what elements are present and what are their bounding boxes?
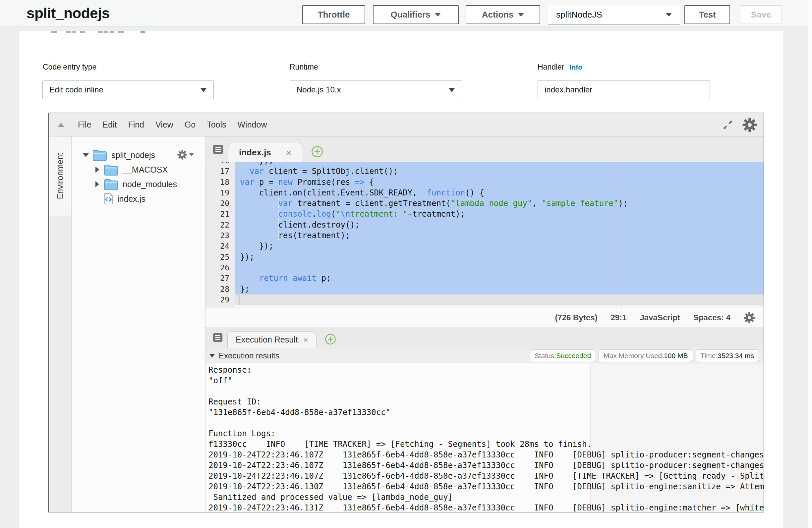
page-scrollbar[interactable]	[808, 0, 812, 528]
code-line-25: });	[240, 252, 764, 262]
gutter-column[interactable]: 1617181920212223242526272829	[205, 162, 235, 308]
tree-item-node-modules[interactable]: node_modules	[72, 177, 205, 191]
menu-item-go[interactable]: Go	[179, 120, 201, 130]
close-tab-icon[interactable]: ×	[303, 336, 308, 344]
log-line: 2019-10-24T22:23:46.107Z 131e865f-6eb4-4…	[208, 471, 764, 481]
new-tab-icon[interactable]	[311, 145, 323, 158]
save-button[interactable]: Save	[740, 5, 782, 24]
handler-input[interactable]	[545, 85, 703, 94]
code-tabbar: index.js ×	[205, 136, 764, 162]
collapse-editor-icon[interactable]	[58, 123, 64, 127]
tree-item--macosx[interactable]: __MACOSX	[72, 162, 205, 177]
tab-list-icon[interactable]	[212, 144, 224, 155]
collapse-caret-icon	[209, 354, 215, 357]
log-line	[208, 386, 764, 396]
menu-item-file[interactable]: File	[72, 120, 97, 130]
tree-item-index-js[interactable]: index.js	[72, 191, 205, 206]
code-line-19: client.on(client.Event.SDK_READY, functi…	[240, 188, 764, 198]
log-line: 2019-10-24T22:23:46.131Z 131e865f-6eb4-4…	[208, 502, 764, 512]
code-line-18: var p = new Promise(res => {	[240, 177, 764, 188]
gutter-line-number[interactable]: 24	[205, 241, 235, 251]
throttle-button[interactable]: Throttle	[302, 5, 365, 24]
gutter-line-number[interactable]: 21	[205, 209, 235, 219]
gutter-line-number[interactable]: 27	[205, 273, 235, 283]
code-line-26	[240, 262, 764, 273]
gutter-line-number[interactable]: 18	[205, 177, 235, 188]
menubar-right-icons	[722, 118, 757, 132]
expand-caret-icon[interactable]	[93, 166, 101, 173]
code-line-22: client.destroy();	[240, 220, 764, 230]
test-button-label: Test	[699, 10, 716, 20]
editor-body: Environment split_nodejs__MACOSXnode_mod…	[49, 136, 764, 512]
actions-button[interactable]: Actions	[466, 5, 540, 24]
code-text-column[interactable]: }); var client = SplitObj.client();var p…	[235, 162, 764, 308]
code-pane[interactable]: 1617181920212223242526272829 }); var cli…	[205, 162, 764, 308]
handler-label: Handler Info	[538, 63, 582, 72]
chevron-down-icon	[666, 13, 672, 17]
test-event-select[interactable]: splitNodeJS	[548, 5, 680, 25]
page-title: split_nodejs	[27, 0, 110, 27]
menu-item-tools[interactable]: Tools	[201, 120, 232, 130]
tab-list-icon[interactable]	[212, 332, 223, 343]
code-line-16: });	[240, 162, 764, 166]
editor-main-column: index.js × 1617181920212223242526272829 …	[205, 136, 764, 512]
tab-index-js[interactable]: index.js ×	[228, 143, 303, 162]
language-mode-status[interactable]: JavaScript	[640, 313, 680, 322]
tab-index-js-label: index.js	[239, 147, 271, 158]
log-line: 2019-10-24T22:23:46.107Z 131e865f-6eb4-4…	[208, 450, 764, 460]
gutter-line-number[interactable]: 25	[205, 252, 235, 262]
gutter-line-number[interactable]: 16	[205, 162, 235, 166]
gutter-line-number[interactable]: 28	[205, 284, 235, 294]
code-line-21: console.log("\ntreatment: "+treatment);	[240, 209, 764, 219]
gutter-line-number[interactable]: 17	[205, 166, 235, 177]
environment-tab[interactable]: Environment	[49, 136, 71, 216]
log-line: Response:	[208, 365, 764, 375]
gutter-line-number[interactable]: 20	[205, 198, 235, 209]
code-entry-type-label: Code entry type	[43, 63, 97, 72]
tab-execution-result[interactable]: Execution Result ×	[227, 331, 317, 348]
menu-item-view[interactable]: View	[150, 120, 179, 130]
collapse-caret-icon[interactable]	[82, 153, 90, 157]
fullscreen-icon[interactable]	[722, 119, 734, 131]
execution-results-toggle[interactable]: Execution results	[209, 351, 279, 361]
tree-item-split-nodejs[interactable]: split_nodejs	[72, 148, 205, 162]
indentation-status[interactable]: Spaces: 4	[693, 313, 730, 322]
js-file-icon	[103, 193, 113, 205]
expand-caret-icon[interactable]	[93, 181, 101, 187]
test-button[interactable]: Test	[684, 5, 730, 24]
tree-item-label: split_nodejs	[111, 150, 155, 160]
gutter-line-number[interactable]: 22	[205, 220, 235, 230]
gutter-line-number[interactable]: 23	[205, 230, 235, 241]
menu-item-find[interactable]: Find	[122, 120, 150, 130]
runtime-select[interactable]: Node.js 10.x	[290, 80, 462, 99]
code-entry-type-select[interactable]: Edit code inline	[42, 80, 214, 99]
close-tab-icon[interactable]: ×	[286, 147, 292, 158]
log-line	[208, 418, 764, 428]
tree-item-label: node_modules	[122, 179, 177, 189]
handler-field-box	[538, 80, 710, 99]
statusbar-settings-gear-icon[interactable]	[744, 312, 755, 323]
tree-settings-gear-icon[interactable]	[177, 150, 194, 160]
editor-statusbar: (726 Bytes) 29:1 JavaScript Spaces: 4	[205, 308, 764, 327]
qualifiers-button-label: Qualifiers	[391, 10, 431, 20]
code-line-29	[240, 294, 764, 305]
gutter-line-number[interactable]: 29	[205, 294, 235, 305]
qualifiers-button[interactable]: Qualifiers	[373, 5, 459, 24]
gutter-line-number[interactable]: 19	[205, 188, 235, 198]
editor-settings-gear-icon[interactable]	[742, 118, 757, 132]
gutter-line-number[interactable]: 26	[205, 262, 235, 273]
new-tab-icon[interactable]	[324, 333, 336, 345]
menu-item-window[interactable]: Window	[232, 120, 273, 130]
editor-menubar: FileEditFindViewGoToolsWindow	[49, 113, 764, 136]
code-entry-type-value: Edit code inline	[49, 85, 103, 94]
folder-icon	[92, 149, 107, 161]
chevron-down-icon	[518, 13, 524, 17]
folder-icon	[103, 164, 119, 176]
execution-log-pane[interactable]: Response:"off" Request ID:"131e865f-6eb4…	[205, 363, 764, 512]
results-tabbar: Execution Result ×	[205, 327, 764, 348]
tree-item-label: index.js	[117, 194, 145, 204]
lambda-console-page: split_nodejs Throttle Qualifiers Actions…	[0, 0, 812, 528]
menu-item-edit[interactable]: Edit	[97, 120, 122, 130]
tree-item-label: __MACOSX	[122, 165, 168, 175]
handler-info-link[interactable]: Info	[570, 63, 582, 71]
